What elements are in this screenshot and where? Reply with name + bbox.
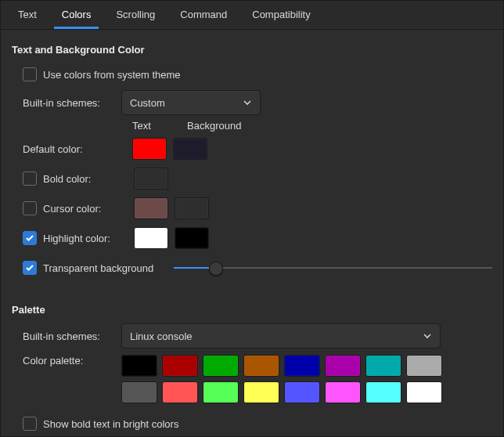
header-text: Text (132, 120, 179, 132)
tab-compatibility[interactable]: Compatibility (239, 1, 322, 29)
checkbox-use-system-theme[interactable] (23, 67, 37, 81)
swatch-bold-text[interactable] (134, 168, 168, 190)
tab-command[interactable]: Command (167, 1, 239, 29)
checkbox-cursor-color[interactable] (23, 201, 37, 215)
palette-swatch-10[interactable] (203, 381, 239, 403)
header-background: Background (187, 120, 234, 132)
checkbox-transparent-bg[interactable] (23, 261, 37, 275)
swatch-cursor-text[interactable] (134, 197, 168, 219)
tab-text[interactable]: Text (5, 1, 49, 29)
swatch-default-bg[interactable] (173, 138, 207, 160)
label-use-system-theme: Use colors from system theme (43, 69, 181, 81)
palette-swatch-9[interactable] (162, 381, 198, 403)
section-text-bg-title: Text and Background Color (12, 44, 492, 56)
section-palette-title: Palette (12, 304, 492, 316)
label-palette-builtin-schemes: Built-in schemes: (23, 330, 121, 342)
select-builtin-scheme[interactable]: Custom (121, 90, 261, 115)
swatch-highlight-bg[interactable] (175, 227, 209, 249)
select-palette-scheme[interactable]: Linux console (121, 323, 441, 349)
checkbox-bold-color[interactable] (23, 172, 37, 186)
palette-swatch-12[interactable] (284, 381, 320, 403)
palette-swatch-3[interactable] (243, 355, 279, 377)
slider-thumb[interactable] (209, 262, 223, 276)
palette-swatch-4[interactable] (284, 355, 320, 377)
tab-bar: Text Colors Scrolling Command Compatibil… (1, 1, 503, 30)
palette-swatch-1[interactable] (162, 355, 198, 377)
palette-swatch-5[interactable] (325, 355, 361, 377)
swatch-cursor-bg[interactable] (175, 197, 209, 219)
palette-swatch-6[interactable] (365, 355, 401, 377)
palette-swatch-11[interactable] (243, 381, 279, 403)
chevron-down-icon (423, 331, 432, 341)
palette-swatch-15[interactable] (406, 381, 442, 403)
label-bold-bright: Show bold text in bright colors (43, 418, 178, 430)
label-cursor-color: Cursor color: (43, 203, 123, 215)
palette-swatch-7[interactable] (406, 355, 442, 377)
label-builtin-schemes: Built-in schemes: (23, 97, 121, 109)
palette-swatch-2[interactable] (203, 355, 239, 377)
checkbox-bold-bright[interactable] (23, 417, 37, 431)
select-builtin-scheme-value: Custom (130, 97, 165, 109)
palette-swatch-0[interactable] (121, 355, 157, 377)
slider-transparency[interactable] (174, 260, 492, 276)
swatch-default-text[interactable] (132, 138, 167, 160)
color-column-headers: Text Background (132, 120, 492, 132)
palette-swatch-8[interactable] (121, 381, 157, 403)
label-bold-color: Bold color: (43, 173, 123, 185)
tab-scrolling[interactable]: Scrolling (103, 1, 167, 29)
label-color-palette: Color palette: (23, 355, 121, 367)
label-default-color: Default color: (23, 143, 121, 155)
chevron-down-icon (243, 98, 252, 107)
label-transparent-bg: Transparent background (43, 262, 153, 274)
select-palette-scheme-value: Linux console (130, 330, 193, 342)
tab-colors[interactable]: Colors (49, 1, 104, 29)
palette-swatch-14[interactable] (365, 381, 401, 403)
palette-swatch-13[interactable] (325, 381, 361, 403)
checkbox-highlight-color[interactable] (23, 231, 37, 245)
label-highlight-color: Highlight color: (43, 233, 123, 244)
swatch-highlight-text[interactable] (134, 227, 168, 249)
palette-grid (121, 355, 442, 403)
